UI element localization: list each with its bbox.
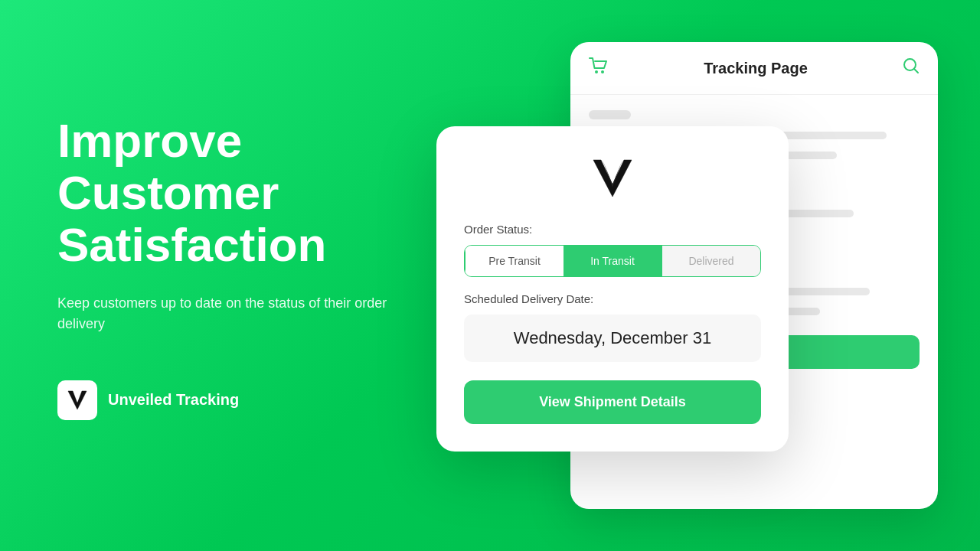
modal-logo bbox=[590, 154, 635, 204]
main-headline: Improve Customer Satisfaction bbox=[57, 115, 410, 272]
order-status-section: Order Status: Pre Transit In Transit Del… bbox=[464, 223, 761, 277]
tracking-page-title: Tracking Page bbox=[704, 60, 808, 77]
tab-in-transit[interactable]: In Transit bbox=[564, 246, 662, 276]
subtitle-text: Keep customers up to date on the status … bbox=[57, 293, 410, 334]
delivery-date-box: Wednesday, December 31 bbox=[464, 315, 761, 362]
tab-pre-transit[interactable]: Pre Transit bbox=[465, 246, 564, 276]
svg-point-0 bbox=[595, 70, 598, 73]
cart-icon bbox=[589, 57, 609, 79]
left-content-section: Improve Customer Satisfaction Keep custo… bbox=[57, 115, 410, 420]
delivery-date-value: Wednesday, December 31 bbox=[514, 328, 711, 347]
view-shipment-button[interactable]: View Shipment Details bbox=[464, 380, 761, 424]
svg-point-1 bbox=[601, 70, 604, 73]
delivery-date-label: Scheduled Delivery Date: bbox=[464, 292, 761, 305]
brand-name-label: Unveiled Tracking bbox=[108, 391, 239, 409]
order-status-label: Order Status: bbox=[464, 223, 761, 236]
brand-row: Unveiled Tracking bbox=[57, 380, 410, 420]
brand-logo-icon bbox=[57, 380, 97, 420]
search-icon[interactable] bbox=[903, 57, 920, 79]
status-tabs-group: Pre Transit In Transit Delivered bbox=[464, 245, 761, 277]
tab-delivered[interactable]: Delivered bbox=[662, 246, 760, 276]
order-tracking-modal: Order Status: Pre Transit In Transit Del… bbox=[436, 126, 789, 452]
delivery-date-section: Scheduled Delivery Date: Wednesday, Dece… bbox=[464, 292, 761, 362]
